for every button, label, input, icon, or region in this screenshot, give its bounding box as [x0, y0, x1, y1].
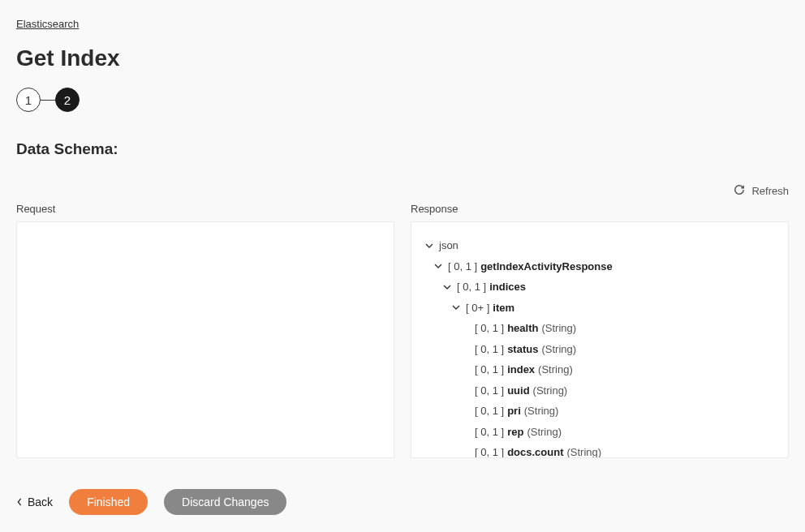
section-title: Data Schema:: [16, 140, 789, 158]
tree-node-field[interactable]: [ 0, 1 ] pri (String): [424, 401, 775, 422]
tree-node-type: (String): [527, 424, 562, 440]
tree-cardinality: [ 0, 1 ]: [475, 403, 504, 419]
tree-node-field[interactable]: [ 0, 1 ] rep (String): [424, 422, 775, 443]
tree-node-field[interactable]: [ 0, 1 ] status (String): [424, 339, 775, 360]
tree-node-field[interactable]: [ 0, 1 ] index (String): [424, 359, 775, 380]
tree-node-label: index: [507, 362, 535, 378]
tree-cardinality: [ 0, 1 ]: [475, 383, 504, 399]
response-panel[interactable]: json [ 0, 1 ] getIndexActivityResponse […: [411, 221, 789, 458]
tree-node-type: (String): [541, 341, 576, 358]
tree-node-field[interactable]: [ 0, 1 ] health (String): [424, 318, 775, 339]
tree-node-type: (String): [538, 362, 573, 378]
tree-cardinality: [ 0, 1 ]: [457, 279, 486, 295]
tree-node-label: indices: [489, 279, 526, 295]
tree-node-type: (String): [533, 383, 568, 399]
tree-node-type: (String): [524, 403, 559, 419]
tree-cardinality: [ 0+ ]: [466, 300, 489, 316]
breadcrumb: Elasticsearch: [16, 16, 789, 31]
chevron-left-icon: [16, 496, 23, 508]
response-label: Response: [411, 203, 789, 215]
tree-node-field[interactable]: [ 0, 1 ] uuid (String): [424, 380, 775, 401]
tree-node-label: uuid: [507, 383, 529, 399]
finished-button[interactable]: Finished: [69, 489, 148, 515]
refresh-button[interactable]: Refresh: [734, 184, 789, 198]
tree-node-label: health: [507, 320, 538, 337]
tree-node-indices[interactable]: [ 0, 1 ] indices: [424, 277, 775, 298]
stepper: 1 2: [16, 88, 789, 112]
tree-node-label: rep: [507, 424, 523, 440]
discard-changes-button[interactable]: Discard Changes: [164, 489, 286, 515]
tree-node-item[interactable]: [ 0+ ] item: [424, 298, 775, 319]
back-button[interactable]: Back: [16, 496, 53, 508]
breadcrumb-parent-link[interactable]: Elasticsearch: [16, 18, 79, 30]
tree-node-response[interactable]: [ 0, 1 ] getIndexActivityResponse: [424, 256, 775, 277]
refresh-icon: [734, 184, 745, 198]
chevron-down-icon: [433, 261, 443, 271]
chevron-down-icon: [424, 241, 434, 251]
tree-cardinality: [ 0, 1 ]: [475, 424, 504, 440]
stepper-step-2[interactable]: 2: [55, 88, 80, 112]
chevron-down-icon: [451, 302, 461, 312]
tree-node-label: json: [439, 238, 458, 254]
tree-node-label: item: [493, 300, 514, 316]
tree-cardinality: [ 0, 1 ]: [475, 320, 504, 337]
tree-node-label: pri: [507, 403, 521, 419]
tree-node-type: (String): [566, 444, 601, 458]
request-label: Request: [16, 203, 394, 215]
tree-node-label: status: [507, 341, 538, 358]
page-title: Get Index: [16, 45, 789, 71]
chevron-down-icon: [442, 282, 452, 292]
tree-node-label: getIndexActivityResponse: [480, 259, 613, 275]
tree-cardinality: [ 0, 1 ]: [475, 444, 504, 458]
tree-node-json[interactable]: json: [424, 235, 775, 256]
stepper-connector: [41, 100, 55, 101]
refresh-label: Refresh: [751, 185, 789, 197]
tree-cardinality: [ 0, 1 ]: [475, 341, 504, 358]
stepper-step-1[interactable]: 1: [16, 88, 41, 112]
tree-node-label: docs.count: [507, 444, 563, 458]
tree-node-type: (String): [541, 320, 576, 337]
back-label: Back: [28, 496, 53, 508]
tree-cardinality: [ 0, 1 ]: [448, 259, 477, 275]
tree-node-field[interactable]: [ 0, 1 ] docs.count (String): [424, 442, 775, 458]
tree-cardinality: [ 0, 1 ]: [475, 362, 504, 378]
request-panel[interactable]: [16, 221, 394, 458]
